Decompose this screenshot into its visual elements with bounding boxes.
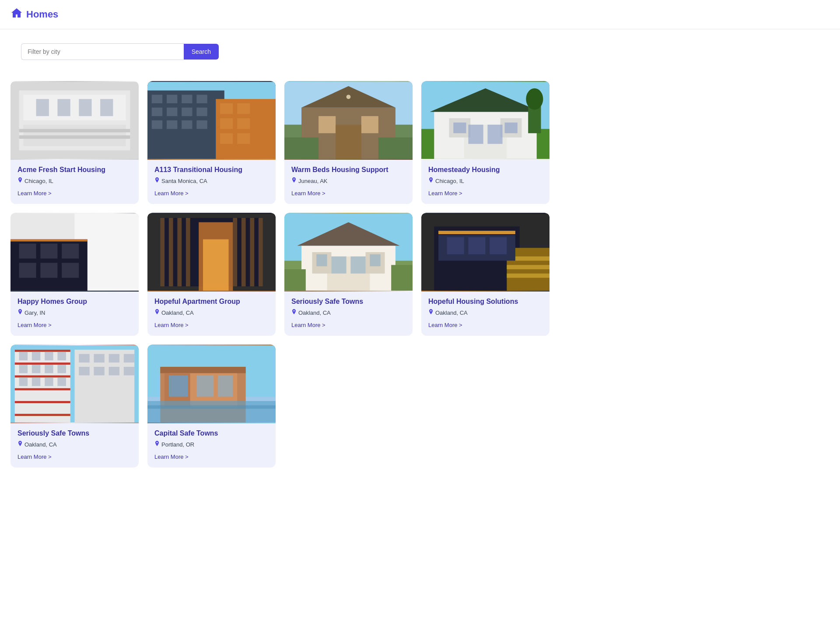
svg-rect-129 <box>109 367 119 376</box>
learn-more-link-10[interactable]: Learn More > <box>154 454 189 460</box>
card-body-3: Warm Beds Housing Support Juneau, AK Lea… <box>284 160 413 204</box>
learn-more-link-4[interactable]: Learn More > <box>428 190 462 197</box>
svg-rect-105 <box>15 350 70 352</box>
svg-rect-73 <box>242 218 246 286</box>
card-image-7 <box>284 213 413 292</box>
card-location-8: Oakland, CA <box>428 309 542 316</box>
svg-rect-88 <box>284 269 306 291</box>
svg-rect-60 <box>62 243 79 258</box>
svg-rect-95 <box>507 265 550 269</box>
svg-rect-22 <box>167 120 177 129</box>
learn-more-link-6[interactable]: Learn More > <box>154 322 189 328</box>
card-city-2: Santa Monica, CA <box>161 178 207 184</box>
svg-rect-5 <box>57 99 70 116</box>
svg-rect-57 <box>10 239 88 242</box>
svg-rect-98 <box>438 231 515 234</box>
svg-rect-61 <box>19 263 36 278</box>
svg-rect-130 <box>124 367 134 376</box>
card-title-3: Warm Beds Housing Support <box>291 166 406 174</box>
card-city-7: Oakland, CA <box>298 309 331 316</box>
card-city-1: Chicago, IL <box>24 178 53 184</box>
learn-more-link-3[interactable]: Learn More > <box>291 190 326 197</box>
card-body-7: Seriously Safe Towns Oakland, CA Learn M… <box>284 292 413 336</box>
card-location-2: Santa Monica, CA <box>154 177 269 185</box>
svg-rect-6 <box>79 99 91 116</box>
learn-more-link-2[interactable]: Learn More > <box>154 190 189 197</box>
app-title: Homes <box>26 9 58 20</box>
cards-grid: Acme Fresh Start Housing Chicago, IL Lea… <box>0 74 560 482</box>
card-location-7: Oakland, CA <box>291 309 406 316</box>
card-4: Homesteady Housing Chicago, IL Learn Mor… <box>421 81 550 204</box>
card-9: Seriously Safe Towns Oakland, CA Learn M… <box>10 345 139 468</box>
svg-rect-29 <box>220 133 233 144</box>
card-location-5: Gary, IN <box>18 309 132 316</box>
card-image-8 <box>421 213 550 292</box>
card-location-3: Juneau, AK <box>291 177 406 185</box>
card-city-5: Gary, IN <box>24 309 45 316</box>
svg-rect-100 <box>468 237 485 254</box>
logo-area: Homes <box>10 7 58 22</box>
card-8: Hopeful Housing Solutions Oakland, CA Le… <box>421 213 550 336</box>
svg-rect-7 <box>100 99 113 116</box>
card-7: Seriously Safe Towns Oakland, CA Learn M… <box>284 213 413 336</box>
svg-rect-69 <box>169 218 173 286</box>
card-city-4: Chicago, IL <box>435 178 464 184</box>
svg-rect-76 <box>203 239 229 291</box>
svg-rect-134 <box>160 367 245 373</box>
svg-rect-39 <box>284 137 318 159</box>
svg-rect-111 <box>19 352 28 361</box>
svg-rect-113 <box>45 352 53 361</box>
learn-more-link-8[interactable]: Learn More > <box>428 322 462 328</box>
card-image-10 <box>147 345 276 423</box>
home-icon <box>10 7 23 22</box>
svg-rect-58 <box>19 243 36 258</box>
card-2: A113 Transitional Housing Santa Monica, … <box>147 81 276 204</box>
svg-rect-106 <box>15 362 70 365</box>
learn-more-link-1[interactable]: Learn More > <box>18 190 52 197</box>
svg-rect-118 <box>57 365 66 373</box>
svg-rect-20 <box>196 108 207 116</box>
svg-rect-75 <box>259 218 263 286</box>
card-location-4: Chicago, IL <box>428 177 542 185</box>
card-city-8: Oakland, CA <box>435 309 468 316</box>
svg-rect-126 <box>124 354 134 363</box>
svg-rect-4 <box>36 99 49 116</box>
card-3: Warm Beds Housing Support Juneau, AK Lea… <box>284 81 413 204</box>
card-title-4: Homesteady Housing <box>428 166 542 174</box>
svg-rect-122 <box>57 377 66 386</box>
svg-rect-124 <box>94 354 104 363</box>
svg-rect-127 <box>79 367 89 376</box>
card-city-10: Portland, OR <box>161 441 194 448</box>
learn-more-link-5[interactable]: Learn More > <box>18 322 52 328</box>
app-header: Homes <box>0 0 840 29</box>
svg-rect-62 <box>40 263 57 278</box>
pin-icon-5 <box>18 309 23 316</box>
svg-point-38 <box>346 95 351 99</box>
svg-point-53 <box>526 88 543 110</box>
card-10: Capital Safe Towns Portland, OR Learn Mo… <box>147 345 276 468</box>
card-body-5: Happy Homes Group Gary, IN Learn More > <box>10 292 139 336</box>
card-title-8: Hopeful Housing Solutions <box>428 298 542 306</box>
svg-rect-24 <box>196 120 207 129</box>
pin-icon-8 <box>428 309 434 316</box>
search-input[interactable] <box>21 43 184 60</box>
svg-rect-74 <box>250 218 254 286</box>
svg-rect-30 <box>237 133 250 144</box>
pin-icon-1 <box>18 177 23 185</box>
svg-rect-109 <box>15 401 70 403</box>
learn-more-link-9[interactable]: Learn More > <box>18 454 52 460</box>
svg-rect-86 <box>316 254 327 266</box>
svg-rect-27 <box>220 118 233 129</box>
svg-rect-13 <box>152 95 162 103</box>
svg-rect-36 <box>361 116 378 133</box>
svg-rect-139 <box>218 375 233 397</box>
svg-rect-138 <box>196 375 214 397</box>
search-button[interactable]: Search <box>184 44 219 60</box>
svg-rect-63 <box>62 263 79 278</box>
svg-rect-50 <box>453 123 466 133</box>
svg-rect-70 <box>177 218 182 286</box>
svg-rect-40 <box>378 137 413 159</box>
learn-more-link-7[interactable]: Learn More > <box>291 322 326 328</box>
svg-rect-119 <box>19 377 28 386</box>
card-title-9: Seriously Safe Towns <box>18 429 132 437</box>
